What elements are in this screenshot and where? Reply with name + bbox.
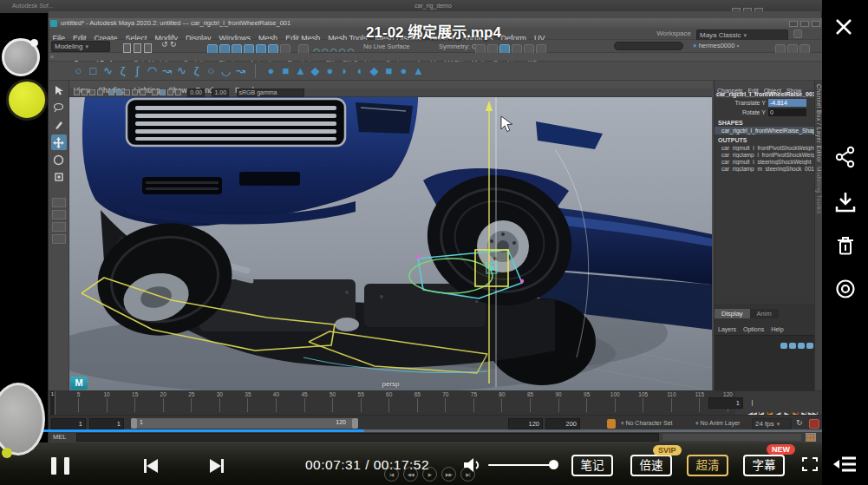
output-node-name[interactable]: car_rigclamp_m_steeringShock_001 [715, 165, 814, 172]
output-node-name[interactable]: car_rigmult_l_steeringShockWeight_001 [715, 158, 814, 165]
playback-start-field[interactable]: 1 [89, 418, 124, 429]
shelf-curve-tool-icon[interactable]: ↝ [233, 62, 248, 81]
output-node-name[interactable]: car_rigmult_l_frontPivotShockWeight_... [715, 144, 814, 151]
menuset-select[interactable]: Modeling [51, 41, 110, 52]
trash-icon[interactable] [834, 234, 857, 260]
pause-button[interactable] [51, 457, 56, 475]
selected-node-name[interactable]: car_rigctrl_l_frontWheelRaise_001 [715, 89, 814, 98]
maximize-icon[interactable] [800, 21, 809, 27]
layer-option-icons[interactable] [779, 337, 813, 352]
minimize-icon[interactable] [789, 21, 798, 27]
output-node-name[interactable]: car_rigclamp_l_frontPivotShockWeight... [715, 151, 814, 158]
speed-button[interactable]: 倍速 [630, 455, 672, 476]
shelf-curve-tool-icon[interactable]: ◡ [219, 62, 233, 81]
record-icon[interactable] [834, 278, 857, 304]
shelf-curve-tool-icon[interactable]: ○ [71, 62, 86, 81]
shelf-curve-tool-icon[interactable]: ↝ [160, 62, 174, 81]
account-chip[interactable]: ● hermes0000 ▾ [693, 42, 739, 49]
shelf-curve-tool-icon[interactable]: ζ [189, 62, 204, 81]
mini-forward-icon[interactable]: ▶▶ [441, 467, 456, 482]
film-gate-icon[interactable] [97, 89, 103, 95]
range-end-handle[interactable] [352, 418, 358, 429]
lights-icon[interactable] [132, 89, 138, 95]
shelf-primitive-icon[interactable]: ◗ [337, 62, 352, 81]
open-scene-icon[interactable] [134, 43, 141, 53]
move-tool[interactable] [51, 134, 67, 150]
shadows-icon[interactable] [140, 89, 146, 95]
shelf-primitive-icon[interactable]: ● [264, 62, 278, 81]
shelf-primitive-icon[interactable]: ◖ [352, 62, 367, 81]
shelf-primitive-icon[interactable]: ▲ [411, 62, 426, 81]
layout-hypershade-button[interactable] [52, 234, 66, 244]
shelf-primitive-icon[interactable]: ● [396, 62, 411, 81]
shelf-primitive-icon[interactable]: ■ [382, 62, 396, 81]
fps-select[interactable]: 24 fps [752, 418, 792, 429]
select-camera-icon[interactable] [82, 89, 88, 95]
subtitles-button[interactable]: 字幕 [743, 455, 785, 476]
tab-channel-box[interactable]: Channel Box / Layer Editor [816, 84, 822, 163]
shelf-primitive-icon[interactable]: ◆ [367, 62, 382, 81]
close-icon[interactable] [834, 17, 853, 40]
shelf-primitive-icon[interactable]: ▲ [293, 62, 308, 81]
tab-modeling-toolkit[interactable]: Modeling Toolkit [816, 167, 822, 214]
volume-icon[interactable] [462, 456, 481, 477]
textured-icon[interactable] [124, 89, 130, 95]
mini-rewind-icon[interactable]: ◀◀ [403, 467, 418, 482]
gamma-field[interactable]: 1.00 [212, 88, 229, 97]
notes-button[interactable]: 笔记 [571, 455, 613, 476]
auto-keyframe-icon[interactable] [607, 419, 616, 429]
fullscreen-icon[interactable] [801, 456, 819, 475]
download-icon[interactable] [834, 191, 857, 217]
volume-slider[interactable] [488, 464, 556, 466]
shelf-curve-tool-icon[interactable]: ∿ [174, 62, 189, 81]
range-start-handle[interactable] [131, 418, 137, 429]
viewport-canvas[interactable]: persp M [69, 97, 712, 390]
ao-icon[interactable] [152, 89, 158, 95]
command-language-label[interactable]: MEL [53, 433, 66, 441]
previous-video-button[interactable] [144, 459, 158, 476]
layout-single-button[interactable] [52, 198, 66, 207]
shelf-curve-tool-icon[interactable]: ◠ [145, 62, 160, 81]
lasso-tool[interactable] [51, 100, 67, 115]
grid-icon[interactable] [89, 89, 95, 95]
command-input-field[interactable] [76, 433, 659, 442]
workspace-pin-icon[interactable] [793, 29, 802, 38]
timeline-ticks[interactable]: 5101520253035404550556065707580859095100… [50, 391, 735, 416]
shelf-menu-icon[interactable]: ≡ [50, 54, 54, 60]
shelf-primitive-icon[interactable]: ● [323, 62, 337, 81]
time-slider[interactable]: 5101520253035404550556065707580859095100… [49, 390, 823, 415]
scale-tool[interactable] [51, 169, 67, 185]
shelf-primitive-icon[interactable]: ■ [278, 62, 293, 81]
symmetry-label[interactable]: Symmetry: Off [439, 43, 480, 50]
shelf-curve-tool-icon[interactable]: ∿ [101, 62, 115, 81]
playback-end-field[interactable]: 120 [508, 418, 543, 429]
new-scene-icon[interactable] [123, 43, 131, 53]
exposure-field[interactable]: 0.00 [187, 88, 205, 97]
shelf-curve-tool-icon[interactable]: ζ [115, 62, 130, 81]
current-time-indicator[interactable]: 1 [50, 391, 55, 416]
save-scene-icon[interactable] [144, 43, 152, 53]
playlist-toggle-icon[interactable] [832, 455, 857, 477]
isolate-icon[interactable] [175, 89, 181, 95]
animation-start-field[interactable]: 1 [51, 418, 86, 429]
layout-four-view-button[interactable] [52, 210, 66, 220]
shelf-curve-tool-icon[interactable]: ∫ [130, 62, 145, 81]
quality-button[interactable]: 超清 [687, 455, 728, 476]
paint-select-tool[interactable] [51, 117, 67, 133]
seek-bar[interactable] [0, 429, 868, 432]
close-icon[interactable] [812, 21, 820, 27]
share-icon[interactable] [834, 146, 857, 172]
tab-anim-layers[interactable]: Anim [750, 309, 779, 318]
tab-display-layers[interactable]: Display [715, 309, 750, 318]
script-editor-icon[interactable] [806, 433, 816, 442]
shelf-curve-tool-icon[interactable]: □ [86, 62, 101, 81]
channel-attribute-row[interactable]: Translate Y -4.814 [715, 98, 814, 108]
layer-menu-item[interactable]: Options [743, 325, 764, 334]
shelf-primitive-icon[interactable]: ◆ [308, 62, 323, 81]
anim-prefs-icon[interactable] [809, 419, 819, 429]
select-tool[interactable] [51, 82, 67, 98]
next-video-button[interactable] [210, 459, 224, 476]
xray-icon[interactable] [167, 89, 173, 95]
camera-icon[interactable] [74, 89, 80, 95]
aa-icon[interactable] [160, 89, 166, 95]
